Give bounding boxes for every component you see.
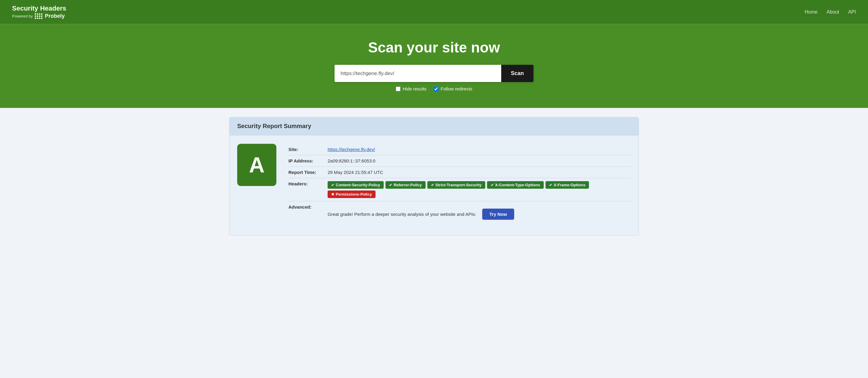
header-badge-csp-label: Content-Security-Policy (336, 183, 380, 187)
detail-label-time: Report Time: (288, 170, 328, 175)
detail-label-headers: Headers: (288, 181, 328, 186)
check-icon (389, 183, 392, 187)
scan-button[interactable]: Scan (501, 65, 533, 82)
x-icon (331, 192, 334, 196)
follow-redirects-label: Follow redirects (441, 86, 472, 91)
detail-label-advanced: Advanced: (288, 204, 328, 210)
report-card-header: Security Report Summary (229, 117, 639, 135)
follow-redirects-option[interactable]: Follow redirects (434, 86, 472, 91)
detail-value-site[interactable]: https://techgene.fly.dev/ (328, 147, 375, 152)
detail-value-time: 29 May 2024 21:55:47 UTC (328, 170, 631, 175)
search-bar: Scan (335, 65, 533, 82)
header-badge-xcto-label: X-Content-Type-Options (495, 183, 540, 187)
check-icon (431, 183, 434, 187)
logo-area: Security Headers Powered by Probely (12, 4, 66, 19)
nav-about[interactable]: About (827, 9, 839, 15)
detail-row-site: Site: https://techgene.fly.dev/ (288, 144, 631, 155)
header-badge-xcto: X-Content-Type-Options (487, 181, 544, 189)
probely-dots-icon (35, 13, 42, 19)
header-badge-xfo: X-Frame-Options (546, 181, 589, 189)
header-badge-referrer: Referrer-Policy (385, 181, 425, 189)
follow-redirects-checkbox[interactable] (434, 87, 438, 91)
check-icon (491, 183, 494, 187)
detail-row-time: Report Time: 29 May 2024 21:55:47 UTC (288, 167, 631, 178)
header-badge-csp: Content-Security-Policy (328, 181, 384, 189)
detail-row-ip: IP Address: 2a09:8280:1::37:6053:0 (288, 155, 631, 167)
check-icon (331, 183, 334, 187)
header-badge-pp-label: Permissions-Policy (336, 192, 372, 196)
report-card: Security Report Summary A Site: https://… (229, 117, 639, 236)
header-badge-sts: Strict-Transport-Security (427, 181, 485, 189)
hide-results-checkbox[interactable] (396, 87, 401, 91)
grade-badge: A (237, 144, 276, 186)
hero-section: Scan your site now Scan Hide results Fol… (0, 24, 868, 108)
header-badge-xfo-label: X-Frame-Options (554, 183, 585, 187)
advanced-content: Great grade! Perform a deeper security a… (328, 204, 514, 224)
header-badge-sts-label: Strict-Transport-Security (435, 183, 482, 187)
nav-home[interactable]: Home (805, 9, 818, 15)
hero-title: Scan your site now (368, 39, 500, 56)
check-icon (549, 183, 552, 187)
hide-results-option[interactable]: Hide results (396, 86, 427, 91)
detail-label-ip: IP Address: (288, 158, 328, 163)
detail-row-advanced: Advanced: Great grade! Perform a deeper … (288, 201, 631, 227)
header-badge-pp: Permissions-Policy (328, 190, 375, 198)
header-badge-referrer-label: Referrer-Policy (394, 183, 422, 187)
nav-api[interactable]: API (848, 9, 856, 15)
probely-name: Probely (45, 13, 65, 19)
site-header: Security Headers Powered by Probely Home… (0, 0, 868, 24)
detail-row-headers: Headers: Content-Security-Policy Referre… (288, 178, 631, 201)
try-now-button[interactable]: Try Now (482, 209, 514, 220)
powered-by-label: Powered by (12, 14, 33, 19)
main-nav: Home About API (805, 9, 856, 15)
logo-powered: Powered by Probely (12, 13, 66, 19)
scan-url-input[interactable] (335, 65, 501, 82)
scan-options: Hide results Follow redirects (396, 86, 472, 91)
report-section-title: Security Report Summary (237, 123, 311, 129)
hide-results-label: Hide results (403, 86, 427, 91)
detail-label-site: Site: (288, 147, 328, 152)
report-details: Site: https://techgene.fly.dev/ IP Addre… (288, 144, 631, 227)
headers-badges-container: Content-Security-Policy Referrer-Policy … (328, 181, 631, 198)
advanced-text: Great grade! Perform a deeper security a… (328, 212, 476, 217)
main-content: Security Report Summary A Site: https://… (217, 108, 651, 245)
logo-title: Security Headers (12, 4, 66, 12)
report-body: A Site: https://techgene.fly.dev/ IP Add… (229, 135, 639, 235)
detail-value-ip: 2a09:8280:1::37:6053:0 (328, 158, 631, 163)
